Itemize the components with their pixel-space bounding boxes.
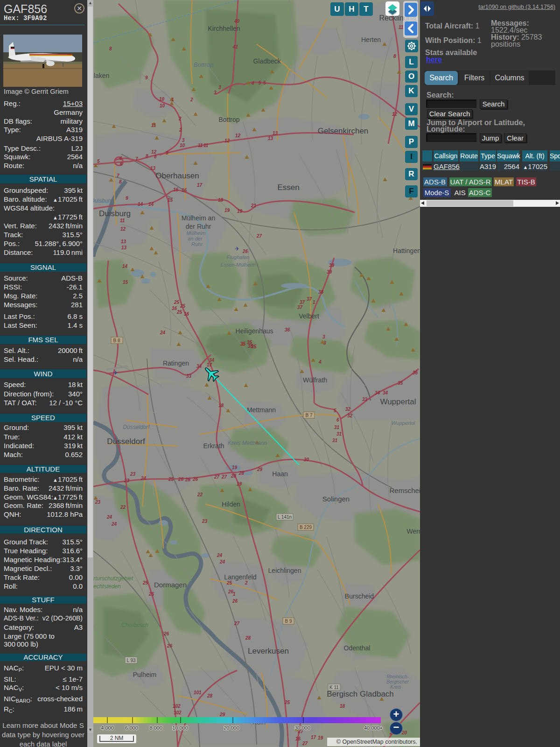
svg-text:L 141n: L 141n: [278, 514, 292, 520]
svg-text:24: 24: [160, 330, 166, 335]
svg-text:19: 19: [224, 208, 230, 213]
svg-text:13: 13: [121, 239, 126, 244]
svg-text:27: 27: [234, 621, 240, 626]
svg-text:5: 5: [263, 80, 266, 85]
svg-text:41: 41: [232, 44, 238, 49]
svg-text:25: 25: [226, 580, 232, 585]
svg-text:Bergisch Gladbach: Bergisch Gladbach: [327, 690, 394, 698]
svg-text:30: 30: [304, 457, 309, 462]
svg-text:13: 13: [150, 166, 156, 171]
svg-text:27: 27: [221, 474, 227, 479]
svg-text:33: 33: [186, 374, 192, 379]
svg-text:Mülheim an: Mülheim an: [182, 214, 215, 222]
svg-text:Burscheid: Burscheid: [345, 592, 374, 600]
svg-text:21: 21: [251, 203, 257, 208]
svg-text:10 000: 10 000: [172, 725, 188, 731]
svg-text:4 000: 4 000: [101, 725, 114, 731]
svg-text:11: 11: [198, 143, 203, 148]
svg-text:2: 2: [178, 116, 182, 121]
svg-text:40: 40: [234, 19, 240, 24]
svg-text:11: 11: [120, 218, 125, 223]
svg-text:24: 24: [140, 476, 147, 481]
svg-text:echtsteden: echtsteden: [93, 583, 121, 590]
svg-text:8: 8: [393, 54, 396, 59]
svg-text:B 7: B 7: [305, 413, 312, 418]
svg-text:3: 3: [323, 340, 326, 345]
svg-text:Velbert: Velbert: [299, 312, 319, 320]
svg-text:1: 1: [233, 592, 236, 597]
svg-text:26: 26: [167, 643, 173, 648]
svg-text:25: 25: [168, 477, 174, 482]
svg-text:34: 34: [383, 390, 388, 395]
svg-text:Kirchhellen: Kirchhellen: [208, 25, 240, 32]
svg-text:3: 3: [214, 90, 217, 95]
svg-text:Kreis Mettmann: Kreis Mettmann: [228, 440, 267, 446]
svg-text:9: 9: [166, 150, 168, 155]
svg-text:Gladbeck: Gladbeck: [253, 57, 281, 65]
svg-text:Duisburg: Duisburg: [99, 209, 131, 218]
svg-text:13: 13: [273, 131, 278, 136]
svg-text:Pulheim: Pulheim: [133, 671, 157, 678]
svg-text:17: 17: [207, 362, 212, 367]
svg-text:Bottrop: Bottrop: [218, 116, 239, 123]
svg-text:16: 16: [182, 188, 187, 193]
svg-text:an der: an der: [188, 236, 203, 241]
svg-text:Gelsenkirchen: Gelsenkirchen: [318, 127, 369, 135]
svg-text:35: 35: [251, 344, 257, 349]
svg-text:Leverkusen: Leverkusen: [248, 647, 289, 655]
svg-text:34: 34: [375, 390, 380, 395]
svg-text:22: 22: [120, 505, 126, 510]
svg-text:Oberhausen: Oberhausen: [155, 171, 199, 180]
svg-text:28: 28: [207, 693, 213, 698]
svg-text:1: 1: [313, 300, 315, 305]
svg-text:Herten: Herten: [361, 36, 381, 43]
svg-text:28: 28: [245, 635, 251, 641]
svg-text:14: 14: [138, 202, 143, 207]
svg-text:25: 25: [180, 303, 186, 309]
svg-text:18: 18: [218, 197, 224, 203]
svg-text:3: 3: [322, 334, 325, 339]
svg-text:Remscheid: Remscheid: [389, 486, 420, 494]
svg-text:Wuppertol: Wuppertol: [392, 420, 415, 426]
svg-text:26: 26: [178, 477, 184, 482]
svg-text:2: 2: [245, 580, 248, 585]
svg-text:8: 8: [146, 154, 148, 159]
svg-text:Essen: Essen: [277, 183, 299, 192]
svg-text:25: 25: [142, 580, 148, 585]
svg-text:23: 23: [124, 478, 130, 483]
svg-text:Hilden: Hilden: [222, 500, 240, 508]
svg-text:23: 23: [202, 519, 208, 524]
svg-text:Solingen: Solingen: [322, 495, 350, 503]
svg-text:7: 7: [135, 156, 138, 162]
svg-text:102: 102: [174, 710, 182, 715]
svg-text:20: 20: [401, 730, 407, 735]
svg-text:1: 1: [171, 97, 174, 102]
svg-text:18: 18: [218, 403, 224, 408]
svg-text:35: 35: [240, 341, 246, 346]
svg-text:13: 13: [268, 136, 273, 141]
svg-text:Leichlingen: Leichlingen: [268, 567, 301, 574]
svg-text:Langenfeld: Langenfeld: [224, 573, 256, 581]
svg-text:31: 31: [332, 438, 338, 443]
svg-text:2: 2: [179, 127, 182, 133]
svg-text:10: 10: [160, 103, 165, 108]
svg-text:Werm: Werm: [406, 528, 420, 535]
svg-text:Duisburg: Duisburg: [93, 197, 113, 204]
svg-text:Mettmann: Mettmann: [247, 406, 276, 414]
svg-text:6: 6: [119, 156, 122, 161]
svg-text:8: 8: [119, 179, 122, 184]
svg-text:19: 19: [318, 735, 323, 740]
svg-text:27: 27: [214, 474, 220, 479]
svg-text:Bottrop: Bottrop: [194, 61, 213, 68]
svg-text:35: 35: [398, 381, 403, 386]
svg-text:24: 24: [219, 559, 225, 564]
svg-text:Heiligenhaus: Heiligenhaus: [236, 327, 273, 335]
svg-text:L 93: L 93: [126, 658, 136, 663]
svg-text:25: 25: [176, 310, 182, 315]
svg-text:Erkrath: Erkrath: [203, 442, 224, 450]
svg-text:6: 6: [336, 417, 339, 423]
svg-text:8: 8: [109, 46, 112, 51]
svg-text:✈: ✈: [235, 246, 239, 252]
svg-text:33: 33: [362, 397, 368, 402]
svg-text:3: 3: [218, 85, 221, 90]
